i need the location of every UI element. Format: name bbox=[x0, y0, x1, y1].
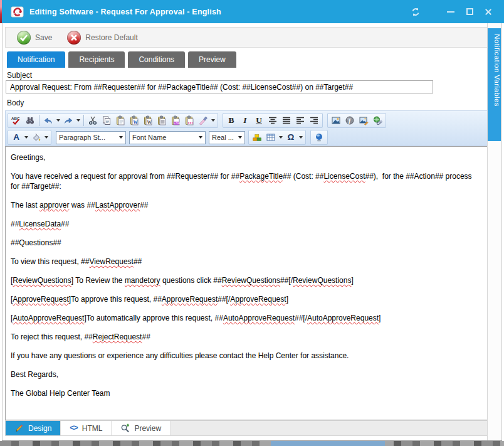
mode-tab-design[interactable]: Design bbox=[6, 421, 61, 435]
chevron-down-icon bbox=[119, 136, 123, 139]
body-text: ] bbox=[286, 295, 288, 304]
save-button[interactable]: Save bbox=[13, 29, 56, 46]
tab-preview[interactable]: Preview bbox=[188, 51, 236, 68]
copy-button[interactable] bbox=[100, 114, 113, 127]
app-icon bbox=[11, 6, 24, 18]
refresh-button[interactable] bbox=[406, 3, 425, 21]
font-name-select[interactable]: Font Name bbox=[129, 131, 206, 144]
editor-body[interactable]: Greetings,You have received a request fo… bbox=[5, 146, 488, 420]
maximize-button[interactable] bbox=[460, 3, 479, 21]
insert-group: Ω bbox=[248, 130, 306, 145]
redo-dropdown[interactable] bbox=[75, 114, 81, 127]
image-manager-button[interactable] bbox=[329, 114, 343, 127]
image-editor-button[interactable] bbox=[357, 114, 370, 127]
notification-variables-tab[interactable]: Notification Variables bbox=[488, 28, 501, 141]
mode-tab-preview[interactable]: Preview bbox=[112, 421, 171, 435]
body-paragraph: The Global Help Center Team bbox=[11, 388, 482, 398]
paste-from-word-button[interactable]: W bbox=[127, 114, 141, 127]
align-left-button[interactable] bbox=[293, 114, 307, 127]
paragraph-style-select[interactable]: Paragraph St... bbox=[56, 131, 126, 144]
font-size-value: Real ... bbox=[212, 134, 234, 141]
body-paragraph: Best Regards, bbox=[11, 369, 482, 380]
insert-symbol-dropdown[interactable] bbox=[298, 130, 304, 144]
undo-button[interactable] bbox=[41, 114, 55, 127]
bold-button[interactable]: B bbox=[224, 114, 238, 127]
mode-tab-strip: Design <> HTML Preview bbox=[5, 420, 488, 436]
tab-recipients[interactable]: Recipients bbox=[68, 51, 125, 68]
spellcheck-icon: ABC bbox=[11, 115, 21, 125]
cut-icon bbox=[88, 115, 98, 125]
insert-table-dropdown[interactable] bbox=[278, 130, 284, 144]
merge-fields-icon bbox=[252, 132, 262, 142]
flash-manager-button[interactable]: f bbox=[343, 114, 357, 127]
undo-dropdown[interactable] bbox=[55, 114, 61, 127]
tab-conditions[interactable]: Conditions bbox=[128, 51, 185, 68]
close-button[interactable] bbox=[479, 3, 498, 21]
tab-label: Recipients bbox=[79, 55, 114, 64]
tab-notification[interactable]: Notification bbox=[7, 51, 65, 68]
separator bbox=[83, 115, 84, 126]
foreground-color-button[interactable]: A bbox=[9, 130, 23, 144]
insert-table-button[interactable] bbox=[264, 130, 278, 144]
tab-label: Notification bbox=[18, 55, 55, 64]
paste-button[interactable] bbox=[113, 114, 127, 127]
maximize-icon bbox=[466, 8, 473, 15]
mode-tab-html[interactable]: <> HTML bbox=[61, 421, 112, 435]
font-name-value: Font Name bbox=[132, 134, 166, 141]
redo-button[interactable] bbox=[61, 114, 75, 127]
main-column: Save Restore Default Notification Recipi… bbox=[5, 23, 488, 441]
align-center-button[interactable] bbox=[266, 114, 280, 127]
clipboard-group: ABC bbox=[8, 113, 218, 128]
minimize-button[interactable] bbox=[441, 3, 460, 21]
background-color-button[interactable] bbox=[29, 130, 43, 144]
strip-formatting-dropdown[interactable] bbox=[210, 114, 216, 127]
body-text: ## bbox=[140, 201, 148, 210]
restore-default-button[interactable]: Restore Default bbox=[63, 29, 141, 46]
insert-table-icon bbox=[266, 132, 276, 142]
justify-button[interactable] bbox=[280, 114, 293, 127]
media-manager-button[interactable] bbox=[312, 130, 326, 144]
font-size-select[interactable]: Real ... bbox=[209, 131, 245, 144]
code-icon: <> bbox=[70, 424, 77, 433]
paste-from-word-nostyles-icon: W bbox=[143, 115, 153, 125]
misspelled-token: AutoApproveRequest bbox=[223, 314, 295, 322]
body-paragraph: To view this request, ##ViewRequest## bbox=[11, 257, 482, 267]
insert-symbol-button[interactable]: Ω bbox=[284, 130, 298, 144]
close-icon bbox=[485, 8, 492, 16]
editor-toolbar: ABC bbox=[5, 110, 488, 146]
paste-special-button[interactable] bbox=[182, 114, 196, 127]
svg-text:W: W bbox=[134, 120, 139, 125]
misspelled-token: RejectRequest bbox=[93, 332, 142, 341]
merge-fields-button[interactable] bbox=[250, 130, 264, 144]
paste-special-icon bbox=[184, 115, 194, 125]
underline-button[interactable]: U bbox=[252, 114, 266, 127]
foreground-color-dropdown[interactable] bbox=[23, 130, 29, 144]
paste-plain-text-button[interactable] bbox=[155, 114, 169, 127]
spellcheck-button[interactable]: ABC bbox=[9, 114, 23, 127]
body-text: ##[/ bbox=[295, 314, 307, 322]
body-text: If you have any questions or experience … bbox=[11, 351, 349, 360]
body-paragraph: Greetings, bbox=[11, 152, 482, 162]
body-text: questions click ## bbox=[160, 276, 222, 285]
cut-button[interactable] bbox=[86, 114, 100, 127]
misspelled-token: ReviewQuestions bbox=[13, 276, 71, 285]
save-label: Save bbox=[35, 33, 52, 42]
body-text: ## bbox=[142, 332, 150, 341]
find-button[interactable] bbox=[23, 114, 37, 127]
strip-formatting-button[interactable] bbox=[196, 114, 210, 127]
background-color-dropdown[interactable] bbox=[43, 130, 50, 144]
foreground-color-icon: A bbox=[13, 133, 19, 142]
subject-input[interactable] bbox=[6, 80, 433, 93]
body-text: The Global Help Center Team bbox=[11, 389, 110, 398]
paste-as-html-button[interactable]: HTML bbox=[169, 114, 182, 127]
body-text: You have received a request for approval… bbox=[11, 172, 239, 181]
titlebar[interactable]: Editing Software - Request For Approval … bbox=[2, 0, 504, 23]
chevron-down-icon bbox=[76, 119, 80, 122]
align-right-button[interactable] bbox=[307, 114, 321, 127]
mode-tab-label: Preview bbox=[134, 424, 161, 433]
italic-button[interactable]: I bbox=[238, 114, 252, 127]
body-paragraph: [AutoApproveRequest]To automatically app… bbox=[11, 313, 482, 323]
hyperlink-manager-button[interactable] bbox=[370, 114, 384, 127]
paste-from-word-nostyles-button[interactable]: W bbox=[141, 114, 155, 127]
misspelled-token: ApproveRequest bbox=[230, 295, 286, 304]
